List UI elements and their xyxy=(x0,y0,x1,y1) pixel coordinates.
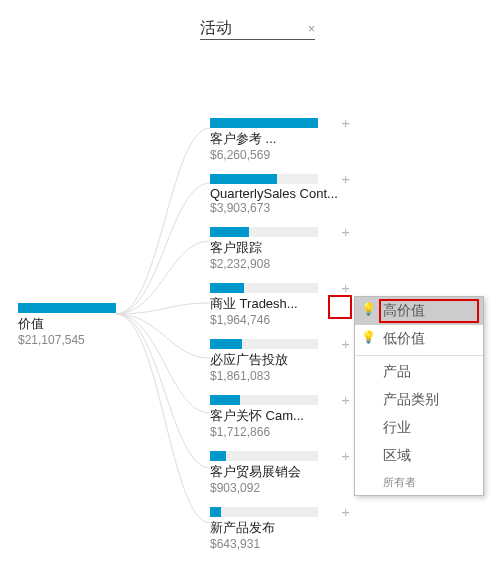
child-node[interactable]: + 必应广告投放 $1,861,083 xyxy=(210,339,350,383)
child-value: $3,903,673 xyxy=(210,201,350,215)
child-node[interactable]: + 新产品发布 $643,931 xyxy=(210,507,350,551)
child-bar-fill xyxy=(210,118,318,128)
menu-item-label: 低价值 xyxy=(383,330,425,346)
menu-item-region[interactable]: 区域 xyxy=(355,442,483,470)
child-bar-fill xyxy=(210,227,249,237)
child-label: 客户贸易展销会 xyxy=(210,463,340,481)
menu-item-label: 行业 xyxy=(383,419,411,435)
child-label: 客户关怀 Cam... xyxy=(210,407,340,425)
child-value: $643,931 xyxy=(210,537,350,551)
child-bar-track xyxy=(210,118,318,128)
breakdown-field[interactable]: 活动 × xyxy=(200,18,315,40)
child-value: $1,712,866 xyxy=(210,425,350,439)
child-bar-fill xyxy=(210,174,277,184)
child-bar-track xyxy=(210,339,318,349)
root-value: $21,107,545 xyxy=(18,333,116,347)
child-node[interactable]: + 客户关怀 Cam... $1,712,866 xyxy=(210,395,350,439)
child-node[interactable]: + 客户贸易展销会 $903,092 xyxy=(210,451,350,495)
child-label: 商业 Tradesh... xyxy=(210,295,340,313)
child-value: $903,092 xyxy=(210,481,350,495)
root-node[interactable]: 价值 $21,107,545 xyxy=(18,303,116,347)
menu-separator xyxy=(355,355,483,356)
menu-item-low-value[interactable]: 💡 低价值 xyxy=(355,325,483,353)
menu-item-label: 高价值 xyxy=(383,302,425,318)
child-label: 客户参考 ... xyxy=(210,130,340,148)
drilldown-menu: 💡 高价值 💡 低价值 产品 产品类别 行业 区域 所有者 xyxy=(354,296,484,496)
expand-icon[interactable]: + xyxy=(341,114,350,131)
menu-item-industry[interactable]: 行业 xyxy=(355,414,483,442)
child-value: $1,964,746 xyxy=(210,313,350,327)
lightbulb-icon: 💡 xyxy=(361,302,376,316)
menu-item-label: 产品 xyxy=(383,363,411,379)
clear-field-icon[interactable]: × xyxy=(308,22,315,36)
root-label: 价值 xyxy=(18,315,116,333)
menu-item-product[interactable]: 产品 xyxy=(355,358,483,386)
menu-item-label: 区域 xyxy=(383,447,411,463)
child-bar-fill xyxy=(210,507,221,517)
child-bar-fill xyxy=(210,451,226,461)
child-label: 新产品发布 xyxy=(210,519,340,537)
child-bar-track xyxy=(210,451,318,461)
expand-icon[interactable]: + xyxy=(341,503,350,520)
child-bar-track xyxy=(210,395,318,405)
expand-icon[interactable]: + xyxy=(341,223,350,240)
expand-icon[interactable]: + xyxy=(341,391,350,408)
menu-item-label: 所有者 xyxy=(383,476,416,488)
child-bar-track xyxy=(210,507,318,517)
child-value: $2,232,908 xyxy=(210,257,350,271)
root-bar xyxy=(18,303,116,313)
child-label: 客户跟踪 xyxy=(210,239,340,257)
child-label: 必应广告投放 xyxy=(210,351,340,369)
child-nodes: + 客户参考 ... $6,260,569 + QuarterlySales C… xyxy=(210,118,350,563)
expand-icon-active[interactable]: + xyxy=(341,279,350,296)
breakdown-field-label: 活动 xyxy=(200,18,232,39)
child-bar-track xyxy=(210,283,318,293)
child-bar-track xyxy=(210,174,318,184)
menu-item-high-value[interactable]: 💡 高价值 xyxy=(355,297,483,325)
child-bar-fill xyxy=(210,339,242,349)
child-label: QuarterlySales Cont... xyxy=(210,186,340,201)
expand-icon[interactable]: + xyxy=(341,170,350,187)
menu-item-product-category[interactable]: 产品类别 xyxy=(355,386,483,414)
child-node[interactable]: + 客户跟踪 $2,232,908 xyxy=(210,227,350,271)
child-node[interactable]: + 商业 Tradesh... $1,964,746 xyxy=(210,283,350,327)
expand-icon[interactable]: + xyxy=(341,447,350,464)
lightbulb-icon: 💡 xyxy=(361,330,376,344)
child-bar-track xyxy=(210,227,318,237)
menu-item-owner[interactable]: 所有者 xyxy=(355,470,483,495)
child-bar-fill xyxy=(210,395,240,405)
child-node[interactable]: + 客户参考 ... $6,260,569 xyxy=(210,118,350,162)
child-node[interactable]: + QuarterlySales Cont... $3,903,673 xyxy=(210,174,350,215)
menu-item-label: 产品类别 xyxy=(383,391,439,407)
child-value: $6,260,569 xyxy=(210,148,350,162)
child-value: $1,861,083 xyxy=(210,369,350,383)
expand-icon[interactable]: + xyxy=(341,335,350,352)
child-bar-fill xyxy=(210,283,244,293)
